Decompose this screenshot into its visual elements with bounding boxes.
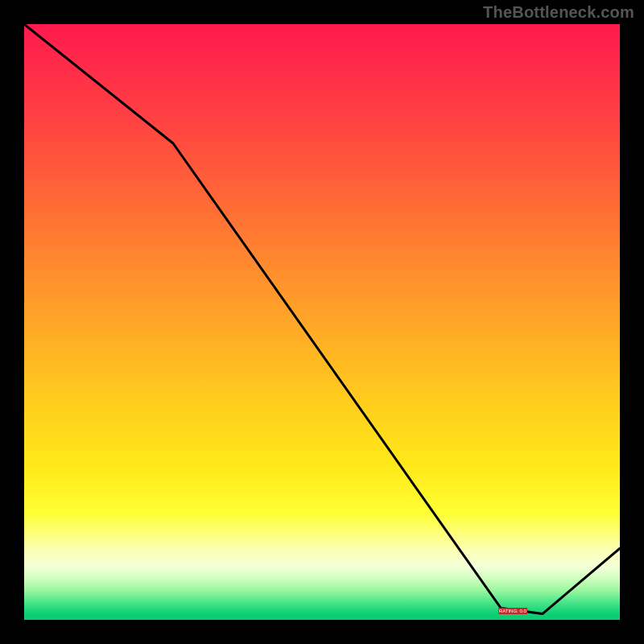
watermark-text: TheBottleneck.com (483, 3, 634, 22)
chart-container: TheBottleneck.com RATING: 0.0 (0, 0, 644, 644)
bottleneck-curve-line (24, 24, 620, 614)
rating-badge: RATING: 0.0 (498, 608, 527, 614)
line-overlay (24, 24, 620, 620)
